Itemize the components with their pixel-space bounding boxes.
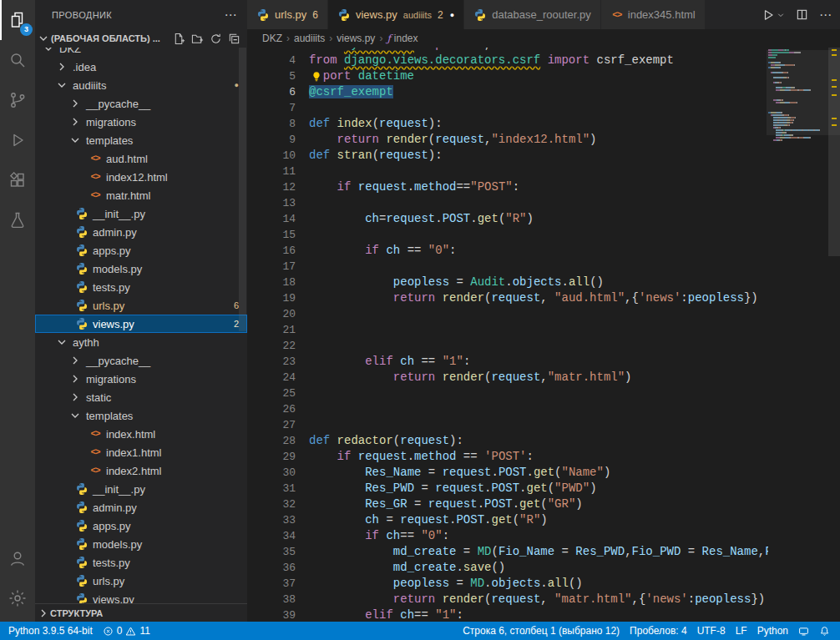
notifications-bell[interactable] — [814, 622, 835, 640]
code-line-25[interactable]: 25 — [247, 386, 768, 401]
new-folder-icon[interactable] — [191, 33, 204, 45]
code-line-14[interactable]: 14 ch=request.POST.get("R") — [247, 211, 768, 227]
encoding-setting[interactable]: UTF-8 — [692, 622, 731, 640]
workspace-section-header[interactable]: (РАБОЧАЯ ОБЛАСТЬ) ... — [35, 29, 247, 48]
editor-more-actions[interactable]: ⋯ — [819, 8, 832, 23]
code-line-26[interactable]: 26 — [247, 401, 768, 417]
code-line-30[interactable]: 30 Res_Name = request.POST.get("Name") — [247, 465, 768, 481]
code-line-33[interactable]: 33 ch = request.POST.get("R") — [247, 512, 768, 528]
activity-extensions[interactable] — [0, 160, 35, 200]
lightbulb-widget[interactable] — [309, 69, 323, 83]
account-button[interactable] — [0, 538, 35, 578]
code-line-20[interactable]: 20 — [247, 306, 768, 322]
code-line-19[interactable]: 19 return render(request, "aud.html",{'n… — [247, 290, 768, 306]
code-line-7[interactable]: 7 — [247, 100, 768, 116]
code-line-38[interactable]: 38 return render(request, "matr.html",{'… — [247, 592, 768, 607]
tree-item-apps.py[interactable]: apps.py — [35, 241, 247, 260]
tree-item-matr.html[interactable]: <>matr.html — [35, 186, 247, 204]
code-line-11[interactable]: 11 — [247, 164, 768, 179]
code-line-13[interactable]: 13 — [247, 195, 768, 211]
code-line-31[interactable]: 31 Res_PWD = request.POST.get("PWD") — [247, 481, 768, 496]
tree-item-__pycache__[interactable]: __pycache__ — [35, 94, 247, 113]
tab-urls.py[interactable]: urls.py6 — [247, 0, 328, 29]
code-line-22[interactable]: 22 — [247, 338, 768, 354]
tree-item-migrations[interactable]: migrations — [35, 113, 247, 131]
code-line-15[interactable]: 15 — [247, 227, 768, 243]
tree-item-models.py[interactable]: models.py — [35, 260, 247, 278]
code-line-10[interactable]: 10def stran(request): — [247, 148, 768, 164]
code-editor[interactable]: 3from aythModels import MD,Audit4from dj… — [247, 48, 768, 622]
code-line-8[interactable]: 8def index(request): — [247, 116, 768, 132]
tree-item-admin.py[interactable]: admin.py — [35, 223, 247, 241]
python-interpreter[interactable]: Python 3.9.5 64-bit — [3, 622, 98, 640]
code-line-36[interactable]: 36 md_create.save() — [247, 560, 768, 576]
activity-testing[interactable] — [0, 200, 35, 240]
code-line-23[interactable]: 23 elif ch == "1": — [247, 354, 768, 370]
tree-item-apps.py[interactable]: apps.py — [35, 517, 247, 535]
tree-item-tests.py[interactable]: tests.py — [35, 553, 247, 572]
code-line-12[interactable]: 12 if request.method=="POST": — [247, 179, 768, 195]
code-line-35[interactable]: 35 md_create = MD(Fio_Name = Res_PWD,Fio… — [247, 544, 768, 560]
tree-item-index2.html[interactable]: <>index2.html — [35, 461, 247, 480]
code-line-9[interactable]: 9 return render(request,"index12.html") — [247, 132, 768, 148]
tree-item-__init__.py[interactable]: __init__.py — [35, 480, 247, 498]
code-line-29[interactable]: 29 if request.method == 'POST': — [247, 449, 768, 465]
code-line-4[interactable]: 4from django.views.decorators.csrf impor… — [247, 53, 768, 68]
activity-source-control[interactable] — [0, 80, 35, 120]
split-editor-icon[interactable] — [796, 8, 808, 21]
cursor-position[interactable]: Строка 6, столбец 1 (выбрано 12) — [458, 622, 625, 640]
code-line-39[interactable]: 39 elif ch== "1": — [247, 607, 768, 622]
tree-item-urls.py[interactable]: urls.py — [35, 572, 247, 590]
tree-item-aythh[interactable]: aythh — [35, 333, 247, 351]
code-line-18[interactable]: 18 peopless = Audit.objects.all() — [247, 275, 768, 290]
tree-item-views.py[interactable]: views.py — [35, 590, 247, 603]
tree-item-aud.html[interactable]: <>aud.html — [35, 149, 247, 168]
tree-item-index.html[interactable]: <>index.html — [35, 425, 247, 443]
settings-button[interactable] — [0, 578, 35, 618]
tab-index345.html[interactable]: <>index345.html — [601, 0, 706, 29]
tree-item-DKZ[interactable]: DKZ — [35, 48, 247, 58]
code-line-6[interactable]: 6@csrf_exempt — [247, 84, 768, 100]
code-line-16[interactable]: 16 if ch == "0": — [247, 243, 768, 259]
tree-item-static[interactable]: static — [35, 388, 247, 406]
language-mode[interactable]: Python — [752, 622, 793, 640]
code-line-37[interactable]: 37 peopless = MD.objects.all() — [247, 576, 768, 592]
tree-item-tests.py[interactable]: tests.py — [35, 278, 247, 296]
tree-item-audiiits[interactable]: audiiits● — [35, 76, 247, 94]
code-line-21[interactable]: 21 — [247, 322, 768, 338]
tree-item-urls.py[interactable]: urls.py6 — [35, 296, 247, 315]
run-python-file-button[interactable] — [762, 8, 785, 22]
tree-item-.idea[interactable]: .idea — [35, 58, 247, 76]
code-line-32[interactable]: 32 Res_GR = request.POST.get("GR") — [247, 496, 768, 512]
activity-search[interactable] — [0, 40, 35, 80]
code-line-24[interactable]: 24 return render(request,"matr.html") — [247, 370, 768, 386]
breadcrumb-item-DKZ[interactable]: DKZ — [262, 33, 282, 44]
lightbulb-icon[interactable] — [311, 71, 322, 83]
breadcrumb-item-audiiits[interactable]: audiiits — [294, 33, 325, 44]
overview-ruler[interactable] — [828, 48, 840, 622]
tree-item-index1.html[interactable]: <>index1.html — [35, 443, 247, 461]
code-line-27[interactable]: 27 — [247, 417, 768, 433]
tree-item-index12.html[interactable]: <>index12.html — [35, 168, 247, 186]
tree-item-models.py[interactable]: models.py — [35, 535, 247, 553]
problems-indicator[interactable]: 0 11 — [98, 622, 155, 640]
sidebar-more-actions[interactable]: ⋯ — [225, 8, 237, 23]
sidebar-scrollbar[interactable] — [239, 48, 246, 331]
tree-item-migrations[interactable]: migrations — [35, 370, 247, 388]
collapse-all-icon[interactable] — [228, 33, 240, 45]
activity-run-debug[interactable] — [0, 120, 35, 160]
indentation-setting[interactable]: Пробелов: 4 — [625, 622, 692, 640]
tree-item-admin.py[interactable]: admin.py — [35, 498, 247, 517]
new-file-icon[interactable] — [173, 33, 185, 45]
tab-database_roouter.py[interactable]: database_roouter.py — [464, 0, 601, 29]
tab-views.py[interactable]: views.pyaudiiits2● — [328, 0, 464, 29]
code-line-5[interactable]: 5import datetime — [247, 68, 768, 84]
tree-item-templates[interactable]: templates — [35, 131, 247, 149]
breadcrumb-item-index[interactable]: ƒindex — [387, 33, 417, 44]
tree-item-templates[interactable]: templates — [35, 406, 247, 425]
code-line-34[interactable]: 34 if ch== "0": — [247, 528, 768, 544]
tree-item-__pycache__[interactable]: __pycache__ — [35, 351, 247, 370]
cast-icon[interactable] — [793, 622, 814, 640]
code-line-28[interactable]: 28def redactor(request): — [247, 433, 768, 449]
code-line-17[interactable]: 17 — [247, 259, 768, 275]
